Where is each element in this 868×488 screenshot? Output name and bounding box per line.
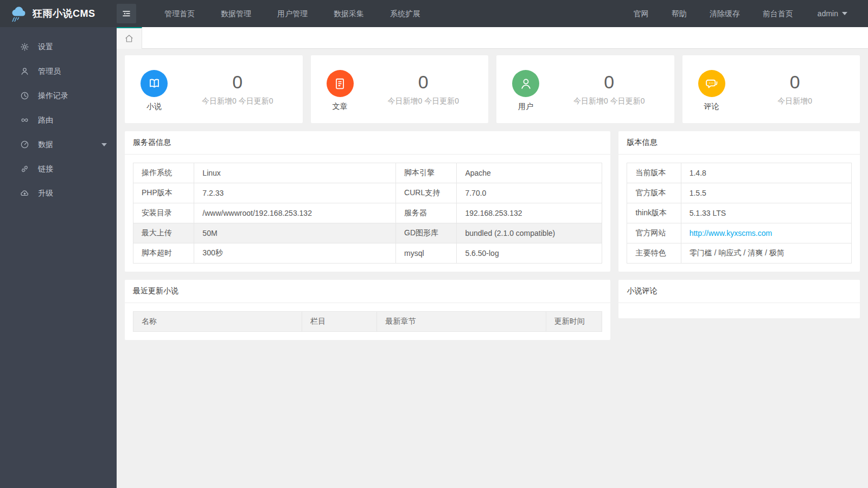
rain-cloud-icon [10, 4, 28, 23]
info-value: 300秒 [194, 243, 396, 264]
info-label: 脚本引擎 [396, 163, 457, 183]
caret-down-icon [842, 12, 847, 15]
column-header: 更新时间 [546, 312, 602, 332]
sidebar-item-label: 管理员 [38, 67, 61, 76]
nav-item-data-manage[interactable]: 数据管理 [208, 0, 264, 27]
table-row: 脚本超时 300秒 mysql 5.6.50-log [133, 243, 602, 264]
info-label: 主要特色 [627, 243, 681, 264]
header-right-nav: 官网 帮助 清除缓存 前台首页 admin [622, 0, 868, 27]
nav-item-data-collect[interactable]: 数据采集 [321, 0, 377, 27]
sidebar-item-admins[interactable]: 管理员 [0, 59, 117, 84]
route-icon [20, 115, 29, 125]
table-row: 安装目录 /www/wwwroot/192.168.253.132 服务器 19… [133, 203, 602, 223]
gear-icon [20, 42, 29, 52]
sidebar-item-upgrade[interactable]: 升级 [0, 181, 117, 206]
info-label: 操作系统 [133, 163, 194, 183]
sidebar-item-label: 数据 [38, 140, 53, 150]
table-row: 官方版本 1.5.5 [627, 183, 852, 203]
info-label: mysql [396, 243, 457, 264]
info-value: 7.70.0 [457, 183, 602, 203]
version-info-table: 当前版本 1.4.8 官方版本 1.5.5 think版本 5.1.33 LTS [627, 163, 852, 264]
info-label: 当前版本 [627, 163, 681, 183]
column-header: 名称 [133, 312, 302, 332]
stat-caption: 今日新增0 今日更新0 [555, 97, 663, 106]
panel-title: 小说评论 [618, 280, 860, 303]
stat-value: 0 [741, 72, 850, 92]
stat-card-comments: 评论 0 今日新增0 [682, 55, 860, 123]
stat-caption: 今日新增0 今日更新0 [369, 97, 478, 106]
stat-label: 文章 [333, 102, 348, 112]
link-help[interactable]: 帮助 [660, 0, 698, 27]
recent-novels-panel: 最近更新小说 名称 栏目 最新章节 更新时间 [125, 280, 610, 340]
bottom-panels-row: 最近更新小说 名称 栏目 最新章节 更新时间 [125, 280, 860, 340]
home-icon [124, 34, 134, 43]
info-value: 50M [194, 223, 396, 243]
table-row: 最大上传 50M GD图形库 bundled (2.1.0 compatible… [133, 223, 602, 243]
info-value: 5.1.33 LTS [681, 203, 851, 223]
book-icon [141, 70, 168, 97]
sidebar-item-label: 操作记录 [38, 91, 68, 101]
stat-card-novels: 小说 0 今日新增0 今日更新0 [125, 55, 303, 123]
comments-empty-body [618, 303, 860, 318]
panel-title: 最近更新小说 [125, 280, 610, 303]
table-row: 主要特色 零门槛 / 响应式 / 清爽 / 极简 [627, 243, 852, 264]
sidebar-item-operation-log[interactable]: 操作记录 [0, 84, 117, 108]
info-value: http://www.kyxscms.com [681, 223, 851, 243]
sidebar-item-routes[interactable]: 路由 [0, 108, 117, 132]
info-label: PHP版本 [133, 183, 194, 203]
app-title: 狂雨小说CMS [33, 7, 95, 20]
sidebar-item-links[interactable]: 链接 [0, 157, 117, 181]
user-name: admin [818, 9, 838, 18]
stat-value: 0 [369, 72, 478, 92]
panel-title: 服务器信息 [125, 131, 610, 155]
server-info-panel: 服务器信息 操作系统 Linux 脚本引擎 Apache [125, 131, 610, 272]
comment-icon [698, 70, 725, 97]
info-label: think版本 [627, 203, 681, 223]
stat-label: 小说 [146, 102, 162, 112]
sidebar-item-label: 路由 [38, 115, 53, 125]
info-panels-row: 服务器信息 操作系统 Linux 脚本引擎 Apache [125, 131, 860, 272]
link-front-home[interactable]: 前台首页 [751, 0, 805, 27]
info-value: bundled (2.1.0 compatible) [457, 223, 602, 243]
top-header: 狂雨小说CMS 管理首页 数据管理 用户管理 数据采集 系统扩展 官网 帮助 清… [0, 0, 868, 27]
recent-novels-table: 名称 栏目 最新章节 更新时间 [133, 311, 602, 332]
info-value: 1.5.5 [681, 183, 851, 203]
nav-item-system-extend[interactable]: 系统扩展 [377, 0, 433, 27]
collapse-menu-icon[interactable] [117, 4, 136, 23]
app-logo[interactable]: 狂雨小说CMS [0, 4, 117, 23]
info-label: 服务器 [396, 203, 457, 223]
stat-caption: 今日新增0 [741, 97, 850, 106]
info-label: 最大上传 [133, 223, 194, 243]
stat-label: 用户 [518, 102, 533, 112]
stat-cards-row: 小说 0 今日新增0 今日更新0 文章 0 [125, 55, 860, 123]
official-website-link[interactable]: http://www.kyxscms.com [690, 229, 772, 237]
link-official-site[interactable]: 官网 [622, 0, 660, 27]
admin-user-icon [20, 67, 29, 76]
table-row: PHP版本 7.2.33 CURL支持 7.70.0 [133, 183, 602, 203]
nav-item-admin-home[interactable]: 管理首页 [151, 0, 208, 27]
info-label: GD图形库 [396, 223, 457, 243]
sidebar-item-data[interactable]: 数据 [0, 132, 117, 157]
tab-home[interactable] [117, 27, 142, 49]
info-label: 官方网站 [627, 223, 681, 243]
user-menu[interactable]: admin [805, 9, 852, 18]
info-value: /www/wwwroot/192.168.253.132 [194, 203, 396, 223]
link-icon [20, 164, 29, 174]
stat-value: 0 [183, 72, 292, 92]
caret-down-icon [101, 143, 107, 146]
article-icon [327, 70, 354, 97]
stat-value: 0 [555, 72, 663, 92]
stat-card-articles: 文章 0 今日新增0 今日更新0 [311, 55, 489, 123]
sidebar-item-settings[interactable]: 设置 [0, 35, 117, 59]
upgrade-cloud-icon [20, 189, 29, 198]
info-value: Apache [457, 163, 602, 183]
table-row: 当前版本 1.4.8 [627, 163, 852, 183]
info-label: CURL支持 [396, 183, 457, 203]
table-row: 官方网站 http://www.kyxscms.com [627, 223, 852, 243]
link-clear-cache[interactable]: 清除缓存 [698, 0, 751, 27]
tab-bar [117, 27, 868, 49]
nav-item-user-manage[interactable]: 用户管理 [264, 0, 321, 27]
info-value: 零门槛 / 响应式 / 清爽 / 极简 [681, 243, 851, 264]
sidebar-item-label: 链接 [38, 164, 53, 174]
info-value: 1.4.8 [681, 163, 851, 183]
